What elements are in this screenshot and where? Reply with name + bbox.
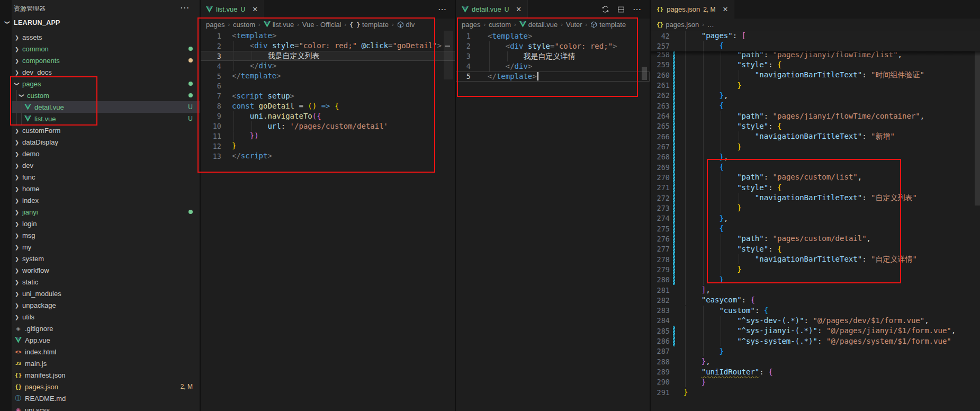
breadcrumb-item-list.vue[interactable]: list.vue <box>264 21 294 29</box>
tab-list-vue[interactable]: list.vueU✕ <box>200 0 264 19</box>
tree-item-login[interactable]: ❯login <box>12 218 200 229</box>
chevron-right-icon: ❯ <box>14 233 20 238</box>
scrollbar-slider[interactable] <box>975 31 980 206</box>
code-editor-detail-vue[interactable]: 1<template>2 <div style="color: red;">3 … <box>456 30 650 411</box>
git-badge: U <box>188 115 193 122</box>
code-text: <template> <box>228 31 276 41</box>
tree-item-jianyi[interactable]: ❯jianyi <box>12 206 200 218</box>
code-text: <template> <box>475 31 532 41</box>
indent-guide <box>685 336 686 346</box>
breadcrumb-item-pages[interactable]: pages <box>206 21 224 29</box>
editor-group-divider[interactable] <box>455 0 456 411</box>
code-line-285: 285 "^sys-jianyi-(.*)": "@/pages/jianyi/… <box>651 326 980 336</box>
breadcrumb-item-div[interactable]: div <box>397 21 415 29</box>
tree-item-func[interactable]: ❯func <box>12 171 200 183</box>
breadcrumb-item-template[interactable]: { }template <box>349 21 389 29</box>
editor-group-divider[interactable] <box>650 0 651 411</box>
code-text: { <box>674 41 724 51</box>
tree-item-.gitignore[interactable]: ◈.gitignore <box>12 323 200 334</box>
tree-item-pages.json[interactable]: {}pages.json2, M <box>12 381 200 392</box>
close-icon[interactable]: ✕ <box>516 5 522 13</box>
vue-icon <box>24 115 31 122</box>
breadcrumb-item-pages[interactable]: pages <box>462 21 480 29</box>
tree-item-unpackage[interactable]: ❯unpackage <box>12 299 200 311</box>
sidebar-editor-divider[interactable] <box>200 0 201 411</box>
scrollbar-slider[interactable] <box>642 67 647 80</box>
modified-line-marker <box>673 244 675 254</box>
tree-item-common[interactable]: ❯common <box>12 43 200 55</box>
code-line-274: 274 }, <box>651 213 980 224</box>
breadcrumb-item-Vue-Official[interactable]: Vue - Official <box>302 21 341 29</box>
vue-icon <box>206 6 213 13</box>
close-icon[interactable]: ✕ <box>252 5 258 13</box>
indent-guide <box>685 275 686 285</box>
tree-item-demo[interactable]: ❯demo <box>12 148 200 159</box>
indent-guide <box>16 90 17 124</box>
indent-guide <box>685 183 686 193</box>
breadcrumb-item-custom[interactable]: custom <box>489 21 511 29</box>
tree-item-home[interactable]: ❯home <box>12 183 200 194</box>
tree-item-manifest.json[interactable]: {}manifest.json <box>12 369 200 381</box>
indent-guide <box>507 51 508 61</box>
indent-guide <box>721 80 721 90</box>
breadcrumb-item-pages.json[interactable]: {}pages.json <box>657 21 699 29</box>
minimap[interactable] <box>444 31 453 79</box>
tree-item-index.html[interactable]: <>index.html <box>12 346 200 358</box>
code-editor-list-vue[interactable]: 1<template>2 <div style="color: red;" @c… <box>200 30 455 411</box>
code-line-273: 273 } <box>651 203 980 213</box>
open-changes-button[interactable] <box>601 5 609 13</box>
more-actions-button[interactable]: ⋯ <box>633 4 641 14</box>
split-editor-button[interactable] <box>617 6 625 13</box>
tree-item-detail.vue[interactable]: detail.vueU <box>12 101 200 113</box>
tree-item-App.vue[interactable]: App.vue <box>12 334 200 346</box>
tree-item-label: index.html <box>25 348 56 356</box>
breadcrumb-separator: › <box>258 21 261 28</box>
code-text: "navigationBarTitleText": "时间组件验证" <box>674 70 924 80</box>
code-editor-pages-json[interactable]: 42 "pages": [257 {258 "path": "pages/jia… <box>651 30 980 411</box>
breadcrumb-item-custom[interactable]: custom <box>233 21 255 29</box>
indent-guide <box>685 141 686 151</box>
tree-item-components[interactable]: ❯components <box>12 55 200 66</box>
tree-item-workflow[interactable]: ❯workflow <box>12 264 200 276</box>
indent-guide <box>685 224 686 234</box>
breadcrumb-item-detail.vue[interactable]: detail.vue <box>519 21 558 29</box>
breadcrumb-item-Vuter[interactable]: Vuter <box>566 21 582 29</box>
tree-item-dataDisplay[interactable]: ❯dataDisplay <box>12 136 200 148</box>
tree-item-index[interactable]: ❯index <box>12 194 200 206</box>
tree-item-custom[interactable]: ❯custom <box>12 90 200 101</box>
breadcrumb-item-template[interactable]: template <box>590 21 626 29</box>
tree-item-uni_modules[interactable]: ❯uni_modules <box>12 288 200 299</box>
close-icon[interactable]: ✕ <box>722 5 728 13</box>
modified-line-marker <box>673 70 675 80</box>
line-number: 11 <box>200 132 228 140</box>
tab-detail-vue[interactable]: detail.vueU✕ <box>456 0 528 19</box>
tree-item-pages[interactable]: ❯pages <box>12 78 200 90</box>
tree-item-main.js[interactable]: JSmain.js <box>12 358 200 369</box>
breadcrumb-item-[interactable]: … <box>707 21 714 29</box>
modified-line-marker <box>673 203 675 213</box>
indent-guide <box>233 41 234 51</box>
tab-pages-json[interactable]: {}pages.json2, M✕ <box>651 0 734 19</box>
tree-item-system[interactable]: ❯system <box>12 253 200 264</box>
git-decoration: U <box>188 103 193 111</box>
tree-item-my[interactable]: ❯my <box>12 241 200 253</box>
tree-item-customForm[interactable]: ❯customForm <box>12 124 200 136</box>
indent-guide <box>233 131 234 141</box>
git-status-dot <box>188 82 193 86</box>
code-text: "style": { <box>674 60 781 70</box>
tree-item-README.md[interactable]: ⓘREADME.md <box>12 392 200 404</box>
breadcrumb-separator: › <box>585 21 588 28</box>
tree-item-static[interactable]: ❯static <box>12 276 200 288</box>
tree-item-label: index <box>22 196 39 204</box>
tree-item-assets[interactable]: ❯assets <box>12 31 200 43</box>
tree-item-dev[interactable]: ❯dev <box>12 159 200 171</box>
tree-item-uni.scss[interactable]: ◉uni.scss <box>12 404 200 411</box>
tree-item-utils[interactable]: ❯utils <box>12 311 200 323</box>
git-decoration <box>188 58 193 62</box>
tree-item-msg[interactable]: ❯msg <box>12 229 200 241</box>
tree-item-list.vue[interactable]: list.vueU <box>12 113 200 124</box>
tree-item-dev_docs[interactable]: ❯dev_docs <box>12 66 200 78</box>
more-actions-button[interactable]: ⋯ <box>438 4 446 14</box>
code-text: } <box>674 346 724 356</box>
code-line-265: 265 "style": { <box>651 121 980 131</box>
